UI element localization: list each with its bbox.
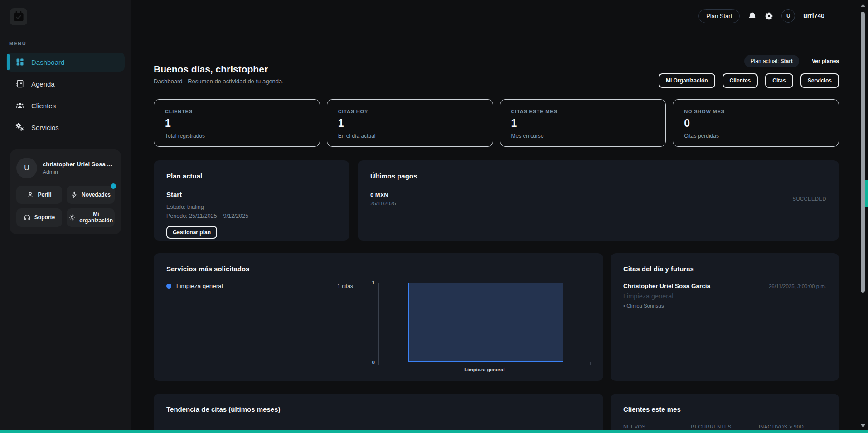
gestionar-plan-button[interactable]: Gestionar plan	[166, 226, 217, 239]
sidebar-item-label: Clientes	[31, 102, 56, 110]
plan-name: Start	[166, 191, 337, 198]
topbar: Plan Start U urri740	[132, 0, 868, 32]
plan-status: Estado: trialing	[166, 204, 337, 210]
user-name: christopher Uriel Sosa ...	[43, 161, 112, 168]
app-window: MENÚ Dashboard Agenda Clientes	[0, 0, 868, 433]
stat-label: CLIENTES	[165, 109, 309, 114]
notification-dot	[111, 183, 116, 189]
chart-bar-limpieza-general	[408, 283, 563, 362]
appointment-item: Christopher Uriel Sosa Garcia 26/11/2025…	[623, 283, 826, 308]
legend-color-dot	[166, 284, 171, 289]
legend-item: Limpieza general 1 citas	[166, 283, 353, 289]
tendencia-citas-card: Tendencia de citas (últimos meses)	[154, 394, 603, 433]
novedades-label: Novedades	[82, 192, 111, 198]
window-edge-accent-bottom	[0, 430, 868, 433]
window-edge-accent-right	[865, 180, 868, 207]
dashboard-content: Buenos días, christopher Dashboard · Res…	[132, 55, 868, 433]
legend-count: 1 citas	[337, 283, 353, 289]
calendar-check-logo-icon	[10, 8, 27, 25]
servicios-mas-solicitados-card: Servicios más solicitados Limpieza gener…	[154, 253, 603, 381]
sidebar-item-label: Servicios	[31, 124, 59, 131]
y-axis-tick-0: 0	[372, 360, 375, 365]
bell-icon[interactable]	[748, 12, 756, 20]
plan-card-title: Plan actual	[166, 172, 337, 180]
stat-value: 1	[165, 117, 309, 130]
username[interactable]: urri740	[803, 12, 824, 19]
appointment-service: Limpieza general	[623, 293, 826, 300]
settings-gear-icon[interactable]	[765, 12, 773, 20]
sidebar-item-dashboard[interactable]: Dashboard	[6, 53, 125, 72]
plan-start-pill[interactable]: Plan Start	[698, 9, 740, 23]
ver-planes-link[interactable]: Ver planes	[812, 58, 839, 64]
bar-chart: 1 0	[367, 283, 591, 372]
plan-actual-pill[interactable]: Plan actual: Start	[744, 55, 799, 67]
app-logo[interactable]	[0, 8, 131, 27]
stat-card-clientes: CLIENTES 1 Total registrados	[154, 99, 320, 147]
x-axis-category-label: Limpieza general	[367, 367, 591, 372]
person-icon	[27, 191, 34, 198]
legend-label: Limpieza general	[176, 283, 223, 289]
stats-row: CLIENTES 1 Total registrados CITAS HOY 1…	[154, 99, 839, 147]
appointment-client-name: Christopher Uriel Sosa Garcia	[623, 283, 710, 289]
gear-icon	[68, 214, 76, 221]
citas-card-title: Citas del día y futuras	[623, 265, 826, 273]
stat-label: CITAS HOY	[338, 109, 482, 114]
scrollbar-thumb[interactable]	[861, 12, 865, 293]
mi-organizacion-label: Mi organización	[79, 211, 113, 224]
stat-sublabel: Mes en curso	[511, 133, 655, 139]
stat-label: CITAS ESTE MES	[511, 109, 655, 114]
perfil-button[interactable]: Perfil	[16, 186, 62, 204]
metric-label: INACTIVOS > 90D	[759, 424, 826, 429]
sidebar: MENÚ Dashboard Agenda Clientes	[0, 0, 131, 433]
avatar[interactable]: U	[781, 9, 795, 23]
sidebar-item-label: Dashboard	[31, 58, 64, 66]
scroll-down-arrow[interactable]	[861, 424, 865, 428]
plan-pill-label: Plan actual:	[751, 58, 779, 64]
clientes-mes-card-title: Clientes este mes	[623, 405, 826, 413]
sidebar-item-label: Agenda	[31, 80, 55, 88]
payment-date: 25/11/2025	[370, 201, 396, 206]
vertical-scrollbar[interactable]	[860, 0, 866, 428]
plan-period: Periodo: 25/11/2025 – 9/12/2025	[166, 213, 337, 219]
agenda-notebook-icon	[15, 79, 24, 88]
tendencia-card-title: Tendencia de citas (últimos meses)	[166, 405, 591, 413]
stat-card-citas-hoy: CITAS HOY 1 En el día actual	[327, 99, 493, 147]
chart-plot-area	[378, 283, 591, 362]
gears-icon	[15, 123, 24, 132]
novedades-button[interactable]: Novedades	[67, 186, 115, 204]
page-subtitle: Dashboard · Resumen de actividad de tu a…	[154, 78, 284, 85]
servicios-quick-button[interactable]: Servicios	[800, 73, 839, 88]
stat-card-citas-mes: CITAS ESTE MES 1 Mes en curso	[500, 99, 666, 147]
clientes-quick-button[interactable]: Clientes	[723, 73, 758, 88]
sidebar-item-agenda[interactable]: Agenda	[6, 74, 125, 93]
mi-organizacion-quick-button[interactable]: Mi Organización	[659, 73, 715, 88]
dashboard-icon	[15, 58, 24, 67]
soporte-label: Soporte	[34, 214, 55, 221]
zap-icon	[71, 191, 78, 198]
soporte-button[interactable]: Soporte	[16, 208, 62, 227]
citas-quick-button[interactable]: Citas	[765, 73, 793, 88]
mi-organizacion-button[interactable]: Mi organización	[67, 208, 115, 227]
payment-row: 0 MXN 25/11/2025 SUCCEEDED	[370, 192, 826, 206]
sidebar-item-clientes[interactable]: Clientes	[6, 96, 125, 115]
stat-sublabel: En el día actual	[338, 133, 482, 139]
sidebar-item-servicios[interactable]: Servicios	[6, 118, 125, 137]
user-role: Admin	[43, 169, 112, 175]
appointment-datetime: 26/11/2025, 3:00:00 p.m.	[769, 284, 826, 289]
users-icon	[15, 101, 24, 110]
chart-legend: Limpieza general 1 citas	[166, 283, 353, 372]
citas-del-dia-card: Citas del día y futuras Christopher Urie…	[611, 253, 839, 381]
plan-pill-value: Start	[781, 58, 793, 64]
stat-value: 0	[684, 117, 828, 130]
page-title: Buenos días, christopher	[154, 64, 284, 75]
appointment-location: • Clinica Sonrisas	[623, 303, 826, 308]
clientes-este-mes-card: Clientes este mes NUEVOS 1 RECURRENTES 0…	[611, 394, 839, 433]
scroll-up-arrow[interactable]	[861, 4, 865, 7]
stat-sublabel: Citas perdidas	[684, 133, 828, 139]
main-area: Plan Start U urri740 Buenos días, chr	[132, 0, 868, 433]
metric-label: RECURRENTES	[691, 424, 758, 429]
y-axis-tick-1: 1	[372, 280, 375, 285]
sidebar-user-card: U christopher Uriel Sosa ... Admin Perfi…	[10, 149, 121, 234]
headphones-icon	[24, 214, 31, 221]
perfil-label: Perfil	[38, 192, 51, 198]
